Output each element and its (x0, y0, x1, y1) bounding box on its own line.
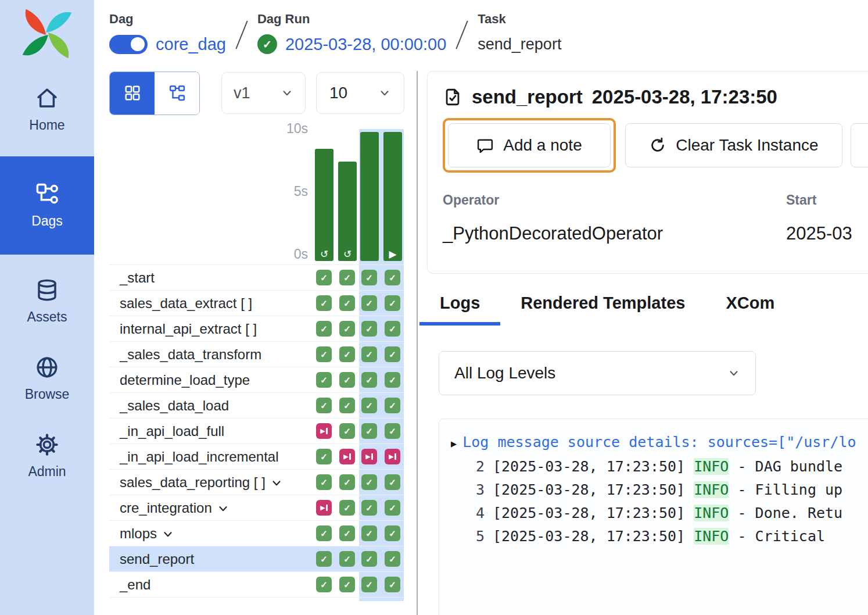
task-row-sales_data_extract[interactable]: sales_data_extract [ ]✓✓✓✓ (109, 291, 404, 316)
sidebar-item-label: Browse (25, 387, 70, 402)
panel-divider[interactable] (417, 71, 418, 615)
task-instance-success-square[interactable]: ✓ (339, 295, 355, 311)
task-instance-success-square[interactable]: ✓ (339, 346, 355, 362)
task-instance-success-square[interactable]: ✓ (339, 500, 355, 516)
sidebar-item-browse[interactable]: Browse (0, 340, 94, 417)
add-note-button[interactable]: Add a note (448, 123, 611, 167)
task-instance-success-square[interactable]: ✓ (339, 398, 355, 413)
task-instance-success-square[interactable]: ✓ (339, 372, 355, 388)
duration-bar[interactable]: ↺ (315, 149, 333, 261)
task-row-mlops[interactable]: mlops✓✓✓✓ (109, 521, 404, 546)
task-instance-success-square[interactable]: ✓ (361, 551, 377, 567)
task-instance-success-square[interactable]: ✓ (385, 270, 400, 285)
task-row-_sales_data_transform[interactable]: _sales_data_transform✓✓✓✓ (109, 342, 404, 367)
task-instance-success-square[interactable]: ✓ (361, 500, 377, 516)
task-row-cre_integration[interactable]: cre_integration▶✓✓✓ (109, 495, 404, 521)
task-instance-success-square[interactable]: ✓ (361, 398, 377, 413)
task-instance-success-square[interactable]: ✓ (339, 551, 355, 567)
log-timestamp: [2025-03-28, 17:23:50] (493, 505, 685, 521)
dag-version-select[interactable]: v1 (221, 72, 306, 114)
task-instance-success-square[interactable]: ✓ (316, 372, 332, 388)
sidebar-item-home[interactable]: Home (0, 71, 94, 148)
sidebar-item-assets[interactable]: Assets (0, 263, 94, 340)
task-instance-success-square[interactable]: ✓ (361, 321, 377, 337)
dag-name-link[interactable]: core_dag (156, 35, 226, 54)
duration-bar[interactable] (360, 132, 379, 261)
home-icon (35, 86, 59, 110)
task-instance-success-square[interactable]: ✓ (316, 321, 332, 337)
clear-task-instance-button[interactable]: Clear Task Instance (625, 123, 842, 167)
task-instance-success-square[interactable]: ✓ (316, 449, 332, 464)
sidebar-item-admin[interactable]: Admin (0, 417, 94, 495)
duration-bar[interactable]: ▶ (383, 132, 402, 261)
task-instance-success-square[interactable]: ✓ (316, 551, 332, 567)
graph-view-button[interactable] (155, 72, 199, 115)
task-instance-success-square[interactable]: ✓ (385, 500, 400, 516)
dag-pause-toggle[interactable] (109, 35, 148, 54)
task-instance-success-square[interactable]: ✓ (385, 577, 400, 592)
task-instance-skipped-square[interactable]: ▶ (385, 449, 400, 464)
task-instance-success-square[interactable]: ✓ (339, 474, 355, 490)
task-instance-success-square[interactable]: ✓ (339, 423, 355, 439)
task-row-_end[interactable]: _end✓✓✓✓ (109, 572, 404, 598)
add-note-label: Add a note (503, 136, 582, 155)
task-instance-skipped-square[interactable]: ▶ (316, 423, 332, 439)
tab-logs[interactable]: Logs (419, 290, 500, 326)
task-instance-success-square[interactable]: ✓ (385, 372, 400, 388)
task-instance-success-square[interactable]: ✓ (385, 295, 400, 311)
task-instance-success-square[interactable]: ✓ (339, 525, 355, 541)
chevron-down-icon[interactable] (270, 472, 283, 497)
task-instance-success-square[interactable]: ✓ (361, 346, 377, 362)
task-instance-success-square[interactable]: ✓ (385, 525, 400, 541)
expand-log-sources-icon[interactable]: ▶ (451, 438, 457, 449)
task-instance-success-square[interactable]: ✓ (385, 398, 400, 413)
airflow-logo[interactable] (18, 6, 76, 71)
task-instance-success-square[interactable]: ✓ (385, 474, 400, 490)
log-level-select[interactable]: All Log Levels (439, 351, 756, 395)
task-instance-success-square[interactable]: ✓ (385, 423, 400, 439)
task-instance-success-square[interactable]: ✓ (316, 525, 332, 541)
chevron-down-icon[interactable] (217, 498, 229, 523)
task-row-_start[interactable]: _start✓✓✓✓ (109, 265, 404, 291)
operator-label: Operator (443, 192, 786, 208)
task-instance-success-square[interactable]: ✓ (385, 551, 400, 567)
task-instance-success-square[interactable]: ✓ (361, 372, 377, 388)
task-instance-success-square[interactable]: ✓ (361, 270, 377, 285)
task-instance-success-square[interactable]: ✓ (339, 577, 355, 592)
tab-rendered-templates[interactable]: Rendered Templates (500, 290, 705, 326)
task-instance-success-square[interactable]: ✓ (361, 577, 377, 592)
task-instance-skipped-square[interactable]: ▶ (361, 449, 377, 464)
skip-icon: ▶ (365, 453, 370, 460)
task-instance-success-square[interactable]: ✓ (361, 474, 377, 490)
task-instance-success-square[interactable]: ✓ (385, 346, 400, 362)
task-instance-success-square[interactable]: ✓ (361, 525, 377, 541)
task-instance-success-square[interactable]: ✓ (316, 398, 332, 413)
task-instance-success-square[interactable]: ✓ (361, 423, 377, 439)
task-instance-skipped-square[interactable]: ▶ (339, 449, 355, 464)
task-row-send_report[interactable]: send_report✓✓✓✓ (109, 546, 404, 572)
task-instance-success-square[interactable]: ✓ (361, 295, 377, 311)
task-row-_sales_data_load[interactable]: _sales_data_load✓✓✓✓ (109, 393, 404, 419)
task-row-determine_load_type[interactable]: determine_load_type✓✓✓✓ (109, 367, 404, 393)
duration-bar[interactable]: ↺ (338, 162, 357, 261)
more-actions-button[interactable] (851, 123, 868, 167)
task-instance-success-square[interactable]: ✓ (316, 295, 332, 311)
task-instance-success-square[interactable]: ✓ (339, 270, 355, 285)
task-instance-skipped-square[interactable]: ▶ (316, 500, 332, 516)
task-instance-success-square[interactable]: ✓ (316, 577, 332, 592)
task-instance-success-square[interactable]: ✓ (339, 321, 355, 337)
task-instance-success-square[interactable]: ✓ (316, 474, 332, 490)
task-instance-success-square[interactable]: ✓ (316, 270, 332, 285)
task-instance-success-square[interactable]: ✓ (385, 321, 400, 337)
task-row-_in_api_load_full[interactable]: _in_api_load_full▶✓✓✓ (109, 419, 404, 444)
task-row-internal_api_extract[interactable]: internal_api_extract [ ]✓✓✓✓ (109, 316, 404, 342)
run-limit-select[interactable]: 10 (316, 72, 404, 114)
grid-view-button[interactable] (110, 72, 155, 115)
task-row-sales_data_reporting[interactable]: sales_data_reporting [ ]✓✓✓✓ (109, 470, 404, 495)
task-instance-success-square[interactable]: ✓ (316, 346, 332, 362)
sidebar-item-dags[interactable]: Dags (0, 156, 94, 255)
task-row-_in_api_load_incremental[interactable]: _in_api_load_incremental✓▶▶▶ (109, 444, 404, 470)
dag-run-date-link[interactable]: 2025-03-28, 00:00:00 (285, 35, 446, 54)
tab-xcom[interactable]: XCom (705, 290, 795, 326)
chevron-down-icon[interactable] (162, 523, 174, 548)
